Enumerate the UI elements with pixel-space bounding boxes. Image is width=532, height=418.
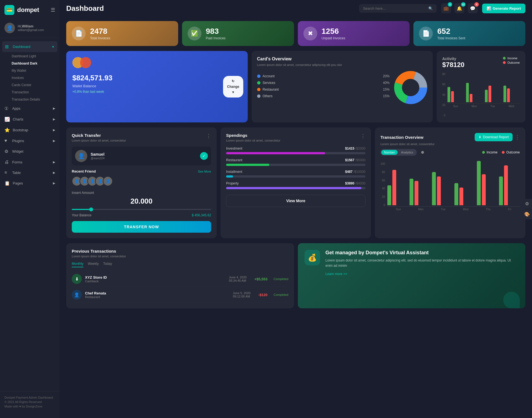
spending-bar-investment	[226, 152, 325, 154]
va-learn-more-link[interactable]: Learn more >>	[326, 272, 347, 276]
see-more-link[interactable]: See More	[198, 170, 211, 173]
settings-side-button[interactable]: ⚙	[522, 199, 532, 209]
friend-avatar-5: 👤	[103, 176, 113, 186]
to-legend: Number Analytics	[380, 149, 424, 156]
sidebar-item-bootstrap[interactable]: ⭐ Bootstrap ▶	[0, 125, 60, 135]
palette-side-button[interactable]: 🎨	[522, 209, 532, 219]
sidebar-item-table[interactable]: ≡ Table ▶	[0, 167, 60, 178]
spending-item-investment: Investment $1415 /$2000	[226, 147, 365, 154]
spendings-menu-icon[interactable]: ⋮	[360, 133, 365, 139]
spending-bar-restaurant	[226, 164, 269, 166]
to-bar-fri-outcome	[504, 165, 508, 205]
stat-label: Unpaid Invoices	[322, 36, 345, 40]
notification-btn[interactable]: 🔔 12	[454, 3, 464, 13]
sidebar-item-charts[interactable]: 📈 Charts ▶	[0, 114, 60, 125]
view-more-button[interactable]: View More	[226, 195, 365, 207]
legend-item-others: Others 15%	[257, 94, 390, 98]
balance-value: $ 456,345.62	[192, 213, 211, 217]
briefcase-btn[interactable]: 💼 2	[441, 3, 451, 13]
chevron-right-icon: ▶	[53, 171, 55, 175]
stat-number: 2478	[90, 27, 110, 36]
submenu-cards-center[interactable]: Cards Center	[12, 81, 60, 89]
amount-slider[interactable]	[72, 209, 211, 210]
sidebar-item-pages[interactable]: 📋 Pages ▶	[0, 178, 60, 189]
income-legend-label: Income	[487, 150, 497, 154]
submenu-transaction-details[interactable]: Transaction Details	[12, 96, 60, 103]
sidebar-item-forms[interactable]: 🖨 Forms ▶	[0, 157, 60, 167]
spending-bar-property	[226, 187, 361, 189]
generate-report-button[interactable]: 📊 Generate Report	[482, 4, 525, 13]
bar-wed-income	[503, 86, 506, 102]
to-bar-mon-income	[410, 179, 413, 205]
bar-day-labels: Sun Mon Tue Wed	[447, 105, 520, 108]
dot-other	[421, 151, 424, 154]
stat-card-total-invoices: 📄 2478 Total Invoices	[66, 21, 178, 46]
sidebar-item-dashboard[interactable]: ⊞ Dashboard ▼	[2, 41, 57, 52]
sidebar-item-apps[interactable]: ① Apps ▶	[0, 103, 60, 114]
submenu-invoices[interactable]: Invoices	[12, 74, 60, 81]
to-bar-mon-outcome	[415, 181, 418, 205]
tx-status: Completed	[273, 293, 288, 296]
wallet-change-button[interactable]: ↻ Change ▼	[223, 76, 243, 98]
submenu-dashboard-light[interactable]: Dashboard Light	[12, 53, 60, 60]
submenu-dashboard-dark[interactable]: Dashboard Dark	[12, 60, 60, 67]
pages-icon: 📋	[4, 181, 10, 186]
tab-today[interactable]: Today	[103, 262, 112, 267]
toggle-number[interactable]: Number	[381, 150, 398, 155]
wallet-circle-red	[80, 57, 91, 68]
stat-cards: 📄 2478 Total Invoices ✅ 983 Paid Invoice…	[66, 21, 525, 46]
stat-card-paid-invoices: ✅ 983 Paid Invoices	[182, 21, 294, 46]
hamburger-icon[interactable]: ☰	[51, 7, 55, 13]
table-row: ⬇ XYZ Store ID Cashback June 4, 2020 05:…	[72, 271, 288, 287]
logo-area: 💳 dompet ☰	[0, 0, 60, 20]
stat-icon: 📄	[72, 27, 86, 40]
tab-weekly[interactable]: Weekly	[88, 262, 99, 267]
recent-friend-label: Recent Friend	[72, 169, 96, 173]
content-area: 📄 2478 Total Invoices ✅ 983 Paid Invoice…	[60, 17, 532, 418]
to-bar-thu-income	[477, 161, 481, 205]
wallet-change: +0.8% than last week	[72, 90, 242, 94]
sidebar-item-widget[interactable]: ⚙ Widget	[0, 146, 60, 157]
tx-amount: -$120	[258, 293, 267, 297]
sidebar-footer: Dompet Payment Admin Dashboard © 2021 Al…	[0, 391, 60, 412]
income-dot	[482, 151, 485, 154]
sidebar-item-plugins[interactable]: ♥ Plugins ▶	[0, 135, 60, 146]
to-menu-icon[interactable]: ⋮	[515, 134, 520, 140]
sidebar: 💳 dompet ☰ 👤 Hi,William william@gmail.co…	[0, 0, 60, 418]
download-report-button[interactable]: ⬇ Download Report	[475, 133, 513, 141]
chat-btn[interactable]: 💬 3	[468, 3, 478, 13]
chevron-right-icon: ▶	[53, 128, 55, 132]
avatar: 👤	[4, 23, 15, 33]
stat-number: 1256	[322, 27, 345, 36]
outcome-dot	[503, 61, 506, 64]
toggle-analytics[interactable]: Analytics	[398, 150, 416, 155]
legend-dot-account	[257, 75, 260, 78]
chart-icon: 📊	[487, 6, 491, 11]
activity-card: Activity $78120 Income Outcome	[437, 51, 525, 122]
to-desc: Lorem ipsum dolor sit amet, consectetur	[380, 142, 520, 146]
quick-transfer-card: Quick Transfer Lorem ipsum dolor sit ame…	[66, 127, 217, 238]
to-bar-tue-income	[432, 172, 436, 205]
tx-icon-cashback: ⬇	[72, 274, 82, 284]
spending-item-property: Property $3890 /$4000	[226, 181, 365, 189]
search-box: 🔍	[359, 4, 437, 13]
qt-menu-icon[interactable]: ⋮	[206, 133, 211, 139]
chevron-right-icon: ▶	[53, 117, 55, 121]
spendings-desc: Lorem ipsum dolor sit amet, consectetur	[226, 139, 280, 142]
chat-badge: 3	[474, 2, 479, 7]
chat-icon: 💬	[470, 6, 475, 11]
search-input[interactable]	[363, 6, 426, 11]
person-handle: @sum224	[91, 157, 104, 160]
tab-monthly[interactable]: Monthly	[72, 262, 83, 267]
submenu-my-wallet[interactable]: My Wallet	[12, 67, 60, 74]
bar-tue-income	[485, 90, 488, 102]
prev-tx-title: Previous Transactions	[72, 249, 288, 253]
stat-icon: 📄	[419, 27, 433, 40]
submenu-transaction[interactable]: Transaction	[12, 89, 60, 96]
balance-label: Your Balance	[72, 213, 91, 217]
wallet-label: Wallet Balance	[72, 84, 242, 88]
transfer-now-button[interactable]: TRANSFER NOW	[72, 221, 211, 233]
sidebar-item-label: Apps	[12, 106, 21, 111]
spendings-list: Investment $1415 /$2000 Restaurant $1567…	[226, 147, 365, 189]
bar-sun-outcome	[451, 91, 454, 102]
